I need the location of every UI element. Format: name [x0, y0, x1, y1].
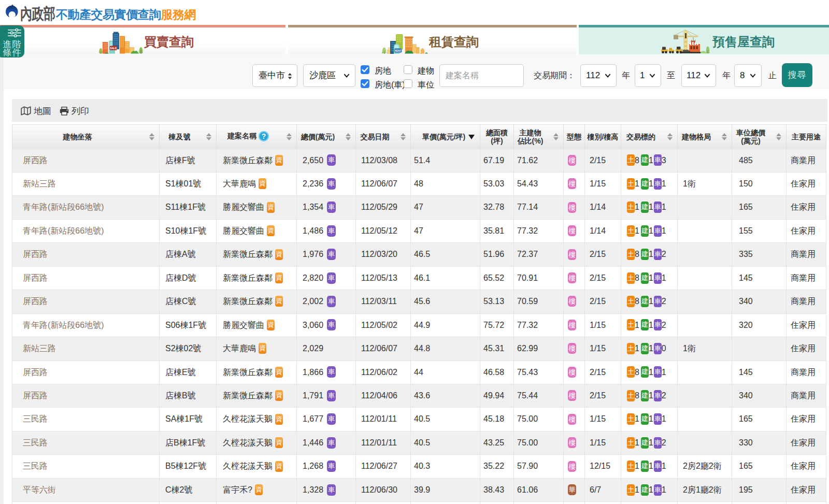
svg-text:SALE: SALE [110, 47, 117, 50]
svg-text:RENT: RENT [395, 50, 402, 52]
